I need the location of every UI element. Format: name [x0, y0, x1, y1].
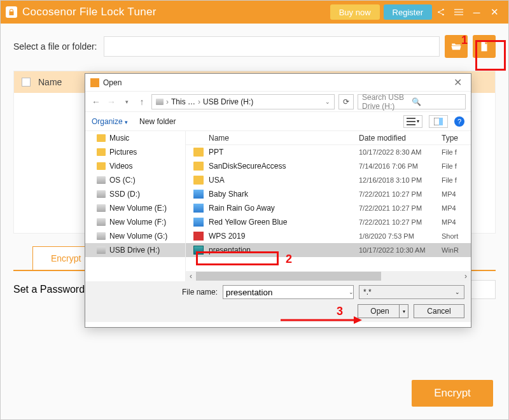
new-folder-button[interactable]: New folder: [139, 117, 176, 126]
name-column-header: Name: [38, 77, 62, 87]
select-all-checkbox[interactable]: [22, 78, 31, 87]
view-mode-button[interactable]: ▾: [403, 115, 422, 128]
filename-input[interactable]: [223, 285, 354, 299]
file-row[interactable]: WPS 20191/8/2020 7:53 PMShort: [186, 229, 471, 243]
col-date[interactable]: Date modified: [359, 134, 442, 143]
tree-item[interactable]: Videos: [85, 159, 185, 173]
dialog-close-icon[interactable]: ✕: [450, 76, 466, 88]
horizontal-scrollbar[interactable]: ‹ ›: [186, 271, 471, 281]
svg-rect-7: [407, 121, 415, 122]
mp4-icon: [193, 190, 204, 199]
folder-icon: [193, 176, 204, 185]
svg-rect-3: [454, 9, 463, 10]
tree-item[interactable]: OS (C:): [85, 173, 185, 187]
svg-rect-5: [454, 15, 463, 15]
col-type[interactable]: Type: [442, 134, 471, 143]
share-icon[interactable]: [432, 1, 450, 24]
tree-item[interactable]: Music: [85, 131, 185, 145]
music-icon: [97, 134, 106, 142]
folder-tree[interactable]: MusicPicturesVideosOS (C:)SSD (D:)New Vo…: [85, 131, 186, 281]
buy-now-button[interactable]: Buy now: [330, 4, 380, 20]
file-row[interactable]: PPT10/17/2022 8:30 AMFile f: [186, 145, 471, 159]
chevron-down-icon[interactable]: ⌄: [325, 99, 330, 105]
dialog-title: Open: [103, 78, 122, 87]
file-row[interactable]: USA12/16/2018 3:10 PMFile f: [186, 173, 471, 187]
col-name[interactable]: Name: [209, 134, 359, 143]
folder-icon: [193, 148, 204, 157]
tree-item[interactable]: Pictures: [85, 145, 185, 159]
organize-menu[interactable]: Organize ▾: [92, 117, 128, 126]
mp4-icon: [193, 204, 204, 213]
browse-file-button[interactable]: [473, 35, 496, 58]
svg-rect-4: [454, 11, 463, 12]
column-header-row: Name Date modified Type: [186, 131, 471, 145]
drive-icon: [97, 176, 106, 184]
search-input[interactable]: Search USB Drive (H:) 🔍: [358, 94, 466, 109]
tree-item[interactable]: USB Drive (H:): [85, 243, 185, 257]
file-row[interactable]: Red Yellow Green Blue7/22/2021 10:27 PMM…: [186, 215, 471, 229]
open-button[interactable]: Open ▾: [358, 304, 408, 318]
mp4-icon: [193, 218, 204, 227]
register-button[interactable]: Register: [384, 4, 432, 20]
open-split-icon[interactable]: ▾: [399, 305, 408, 318]
minimize-icon[interactable]: ─: [468, 1, 485, 24]
menu-icon[interactable]: [450, 1, 468, 24]
title-bar: Cocosenor File Lock Tuner Buy now Regist…: [1, 1, 508, 24]
help-icon[interactable]: ?: [454, 116, 464, 127]
app-title: Cocosenor File Lock Tuner: [22, 6, 157, 18]
pictures-icon: [97, 148, 106, 156]
tree-item[interactable]: New Volume (F:): [85, 215, 185, 229]
dialog-folder-icon: [90, 78, 99, 87]
encrypt-button[interactable]: Encrypt: [412, 380, 493, 407]
cancel-button[interactable]: Cancel: [414, 304, 464, 318]
file-pane: Name Date modified Type PPT10/17/2022 8:…: [186, 131, 471, 281]
filename-label: File name:: [131, 288, 218, 297]
svg-rect-6: [407, 118, 415, 119]
tree-item[interactable]: New Volume (E:): [85, 201, 185, 215]
search-icon: 🔍: [412, 97, 461, 106]
refresh-button[interactable]: ⟳: [338, 94, 354, 109]
browse-folder-button[interactable]: [445, 35, 468, 58]
file-row[interactable]: Baby Shark7/22/2021 10:27 PMMP4: [186, 187, 471, 201]
file-rows[interactable]: PPT10/17/2022 8:30 AMFile fSanDiskSecure…: [186, 145, 471, 271]
svg-rect-10: [439, 118, 443, 125]
tree-item[interactable]: New Volume (G:): [85, 229, 185, 243]
breadcrumb-leaf: USB Drive (H:): [203, 97, 253, 106]
dialog-titlebar: Open ✕: [85, 74, 471, 92]
file-row[interactable]: SanDiskSecureAccess7/14/2016 7:06 PMFile…: [186, 159, 471, 173]
close-icon[interactable]: ✕: [485, 1, 503, 24]
path-input[interactable]: [104, 36, 440, 57]
nav-back-icon[interactable]: ←: [90, 97, 102, 107]
file-row[interactable]: Rain Rain Go Away7/22/2021 10:27 PMMP4: [186, 201, 471, 215]
select-row: Select a file or folder:: [1, 24, 508, 58]
nav-up-icon[interactable]: ↑: [136, 97, 148, 107]
file-filter-select[interactable]: *.* ⌄: [359, 285, 464, 299]
folder-open-icon: [450, 41, 462, 52]
nav-recent-icon[interactable]: ▾: [121, 99, 132, 105]
svg-rect-8: [407, 124, 415, 125]
app-logo-icon: [6, 6, 17, 18]
filename-dropdown-icon[interactable]: ⌄: [349, 289, 354, 295]
tree-item[interactable]: SSD (D:): [85, 187, 185, 201]
dialog-nav: ← → ▾ ↑ › This … › USB Drive (H:) ⌄ ⟳ Se…: [85, 92, 471, 112]
scroll-thumb[interactable]: [196, 272, 381, 281]
dialog-footer: File name: ⌄ *.* ⌄ Open ▾ Cancel: [85, 281, 471, 322]
breadcrumb[interactable]: › This … › USB Drive (H:) ⌄: [151, 94, 335, 109]
videos-icon: [97, 162, 106, 170]
drive-icon: [97, 190, 106, 198]
search-placeholder: Search USB Drive (H:): [362, 93, 412, 111]
drive-icon: [97, 204, 106, 212]
scroll-right-icon[interactable]: ›: [461, 272, 471, 281]
folder-icon: [193, 162, 204, 171]
breadcrumb-root: This …: [171, 97, 195, 106]
preview-pane-button[interactable]: [429, 115, 448, 128]
scroll-left-icon[interactable]: ‹: [186, 272, 196, 281]
password-label: Set a Password:: [13, 284, 88, 295]
file-row[interactable]: presentation10/17/2022 10:30 AMWinR: [186, 243, 471, 257]
file-icon: [478, 41, 490, 52]
wps-icon: [193, 232, 204, 241]
nav-forward-icon[interactable]: →: [106, 97, 117, 107]
drive-icon: [97, 232, 106, 240]
drive-icon: [97, 218, 106, 226]
open-dialog: Open ✕ ← → ▾ ↑ › This … › USB Drive (H:)…: [85, 73, 471, 328]
